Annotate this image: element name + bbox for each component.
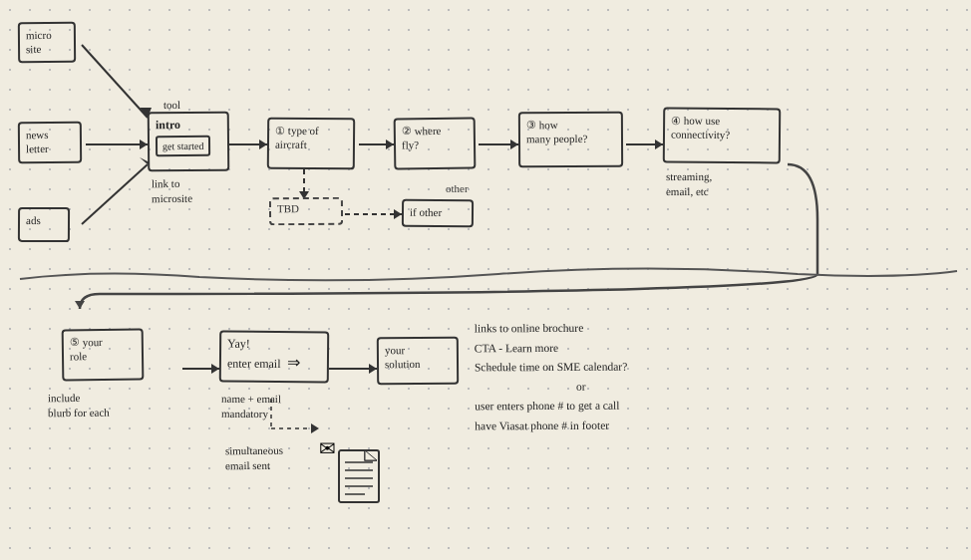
svg-marker-17 [394, 209, 402, 219]
svg-marker-25 [311, 423, 319, 433]
link-to-microsite-label: link to microsite [152, 176, 192, 207]
svg-marker-3 [140, 140, 148, 149]
outcome-line-5: user enters phone # to get a call [475, 397, 627, 417]
step2-box: ② where fly? [394, 117, 477, 169]
intro-title: intro [156, 118, 221, 134]
yay-box: Yay! enter email ⇒ [219, 331, 329, 384]
step2-label: ② where fly? [402, 125, 442, 151]
svg-marker-7 [259, 140, 267, 149]
outcome-line-6: have Viasat phone # in footer [475, 416, 627, 435]
intro-box: intro get started [148, 112, 230, 172]
svg-marker-18 [75, 301, 85, 309]
simultaneous-label: simultaneous email sent [225, 443, 283, 474]
svg-line-0 [82, 45, 148, 118]
envelope-icon: ✉ [319, 436, 336, 460]
other-label: other [446, 181, 469, 196]
your-solution-label: your solution [385, 344, 421, 370]
svg-marker-22 [369, 364, 377, 374]
flow-arrows [0, 0, 971, 560]
svg-line-4 [82, 164, 148, 224]
step1-label: ① type of aircraft [275, 125, 319, 151]
svg-marker-9 [386, 140, 394, 149]
get-started-button[interactable]: get started [156, 135, 211, 155]
svg-marker-13 [655, 140, 663, 149]
outcomes-text: links to online brochure CTA - Learn mor… [475, 319, 628, 436]
newsletter-label: news letter [26, 129, 49, 154]
step4-label: ④ how use connectivity? [671, 115, 730, 141]
yay-sublabel: name + email mandatory [221, 392, 281, 422]
tbd-box: TBD [269, 197, 343, 226]
outcome-line-4: or [475, 377, 627, 397]
outcome-line-3: Schedule time on SME calendar? [475, 358, 627, 378]
newsletter-box: news letter [18, 122, 82, 164]
yay-title: Yay! enter email ⇒ [227, 337, 321, 374]
document-icon [337, 448, 382, 506]
microsite-label: micro site [26, 29, 52, 56]
ads-label: ads [26, 214, 41, 226]
outcome-line-2: CTA - Learn more [475, 338, 627, 358]
if-other-box: if other [402, 199, 474, 228]
step3-box: ③ how many people? [518, 112, 623, 168]
step4-box: ④ how use connectivity? [663, 107, 781, 163]
svg-marker-11 [510, 140, 518, 149]
outcome-line-1: links to online brochure [475, 319, 627, 339]
svg-marker-32 [365, 450, 377, 460]
microsite-box: micro site [18, 22, 76, 63]
step1-box: ① type of aircraft [267, 118, 355, 170]
step3-label: ③ how many people? [526, 119, 588, 144]
step5-box: ⑤ your role [62, 328, 145, 381]
svg-marker-20 [211, 364, 219, 374]
step4-sublabel: streaming, email, etc [666, 169, 712, 200]
ads-box: ads [18, 207, 70, 242]
step5-label: ⑤ your role [70, 336, 103, 363]
step5-sublabel: include blurb for each [48, 391, 110, 421]
your-solution-box: your solution [377, 337, 459, 386]
canvas: micro site news letter ads tool intro ge… [0, 0, 971, 560]
